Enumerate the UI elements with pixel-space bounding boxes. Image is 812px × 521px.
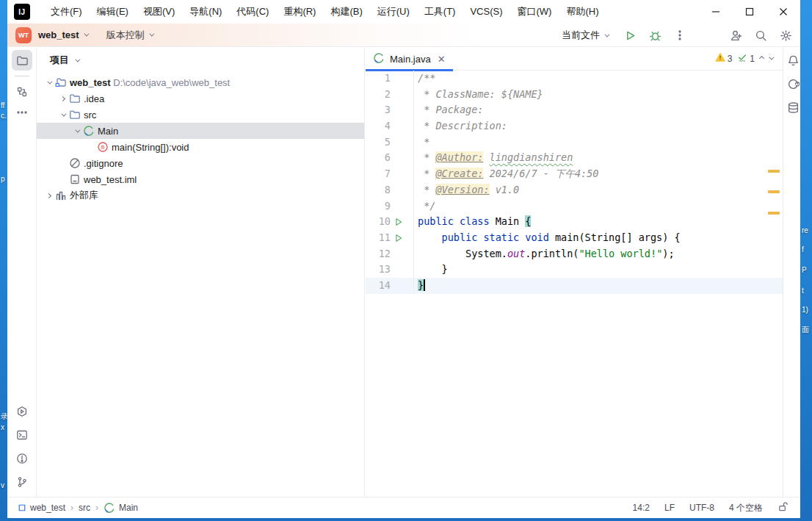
code-text: /** — [414, 71, 435, 87]
code-with-me-button[interactable] — [725, 25, 746, 46]
database-toolwindow-button[interactable] — [783, 97, 803, 118]
run-line-icon[interactable] — [391, 230, 407, 246]
git-toolwindow-button[interactable] — [12, 472, 32, 492]
chevron-right-icon[interactable] — [57, 93, 68, 104]
code-line-12[interactable]: 12 System.out.println("Hello world!"); — [366, 246, 783, 262]
menu-6[interactable]: 重构(R) — [276, 0, 323, 24]
breadcrumb-web-test[interactable]: web_test — [18, 503, 65, 513]
tree-item--[interactable]: 外部库 — [37, 187, 364, 204]
class-icon — [104, 502, 115, 514]
code-line-7[interactable]: 7 * @Create: 2024/6/7 - 下午4:50 — [366, 166, 783, 182]
close-button[interactable] — [766, 0, 800, 24]
menu-3[interactable]: 视图(V) — [136, 0, 182, 24]
editor-area: Main.java ✕ 1/**2 * ClassName: ${NAME}3 … — [366, 48, 783, 497]
tree-item--gitignore[interactable]: .gitignore — [37, 155, 364, 171]
project-switcher[interactable]: web_test — [38, 29, 87, 40]
ai-assistant-button[interactable] — [783, 73, 803, 94]
indent-style[interactable]: 4 个空格 — [729, 502, 763, 514]
file-encoding[interactable]: UTF-8 — [689, 503, 714, 513]
code-line-11[interactable]: 11 public static void main(String[] args… — [366, 230, 783, 246]
module-icon — [69, 173, 81, 185]
code-text: * Description: — [414, 118, 507, 134]
line-number: 13 — [366, 262, 391, 278]
debug-button[interactable] — [645, 25, 665, 46]
close-tab-icon[interactable]: ✕ — [438, 54, 446, 65]
code-line-4[interactable]: 4 * Description: — [366, 118, 783, 134]
desktop-icon-fragment: t — [802, 287, 804, 295]
tree-item-main[interactable]: Main — [37, 123, 364, 139]
code-line-2[interactable]: 2 * ClassName: ${NAME} — [366, 87, 783, 103]
chevron-right-icon[interactable] — [43, 190, 54, 201]
more-toolwindows-button[interactable] — [12, 102, 32, 123]
chevron-down-icon[interactable] — [43, 76, 54, 88]
menu-9[interactable]: 工具(T) — [417, 0, 463, 24]
search-everywhere-button[interactable] — [750, 25, 771, 46]
run-button[interactable] — [620, 25, 640, 46]
chevron-down-icon[interactable] — [70, 125, 82, 137]
warning-stripe-mark[interactable] — [768, 190, 780, 193]
code-line-10[interactable]: 10public class Main { — [366, 214, 783, 230]
class-icon — [373, 52, 385, 66]
tree-item-main-string-void[interactable]: mmain(String[]):void — [37, 139, 364, 155]
vcs-widget[interactable]: 版本控制 — [106, 29, 153, 42]
tree-item--idea[interactable]: .idea — [37, 90, 364, 107]
ide-window: IJ 文件(F)编辑(E)视图(V)导航(N)代码(C)重构(R)构建(B)运行… — [7, 0, 800, 518]
project-panel-title[interactable]: 项目 — [50, 54, 69, 67]
readonly-lock-icon[interactable] — [777, 501, 789, 514]
menu-10[interactable]: VCS(S) — [463, 0, 510, 24]
breadcrumb-src[interactable]: src — [79, 503, 90, 513]
line-number: 8 — [366, 182, 391, 198]
project-avatar[interactable]: WT — [15, 27, 32, 43]
tab-main-java[interactable]: Main.java ✕ — [366, 48, 453, 71]
menu-1[interactable]: 文件(F) — [43, 0, 90, 24]
tree-item-web-test-iml[interactable]: web_test.iml — [37, 171, 364, 187]
tree-item-web-test[interactable]: web_test D:\code\java_web\web_test — [37, 74, 364, 90]
more-actions-button[interactable] — [670, 25, 690, 46]
menu-7[interactable]: 构建(B) — [323, 0, 369, 24]
line-separator[interactable]: LF — [664, 503, 675, 513]
chevron-down-icon[interactable] — [57, 109, 68, 121]
warning-stripe-mark[interactable] — [768, 170, 780, 173]
project-toolwindow-button[interactable] — [12, 50, 32, 71]
menu-4[interactable]: 导航(N) — [182, 0, 229, 24]
code-line-5[interactable]: 5 * — [366, 134, 783, 151]
next-problem-icon[interactable] — [769, 55, 774, 60]
desktop-icon-fragment: c. — [1, 112, 7, 120]
menu-2[interactable]: 编辑(E) — [90, 0, 136, 24]
desktop-icon-fragment: f — [802, 245, 804, 254]
caret-position[interactable]: 14:2 — [633, 503, 650, 513]
code-line-6[interactable]: 6 * @Author: lingdianshiren — [366, 150, 783, 166]
prev-problem-icon[interactable] — [759, 56, 764, 61]
services-toolwindow-button[interactable] — [12, 401, 32, 422]
menu-11[interactable]: 窗口(W) — [510, 0, 559, 24]
code-line-1[interactable]: 1/** — [366, 71, 783, 87]
run-line-icon[interactable] — [391, 214, 407, 230]
menu-5[interactable]: 代码(C) — [229, 0, 276, 24]
code-text: public class Main { — [414, 214, 531, 230]
commit-toolwindow-button[interactable] — [12, 82, 32, 102]
menu-8[interactable]: 运行(U) — [370, 0, 417, 24]
project-icon — [55, 76, 67, 88]
maximize-button[interactable] — [733, 0, 766, 24]
line-number: 4 — [366, 118, 391, 134]
minimize-button[interactable] — [699, 0, 733, 24]
folder-icon — [69, 109, 81, 121]
run-configuration-selector[interactable]: 当前文件 — [562, 29, 608, 42]
module-icon — [18, 503, 26, 512]
problems-toolwindow-button[interactable] — [12, 448, 32, 469]
terminal-toolwindow-button[interactable] — [12, 425, 32, 445]
menu-12[interactable]: 帮助(H) — [559, 0, 606, 24]
code-line-13[interactable]: 13 } — [366, 262, 783, 278]
code-line-3[interactable]: 3 * Package: — [366, 102, 783, 118]
tree-item-label: src — [84, 109, 96, 121]
warning-stripe-mark[interactable] — [768, 212, 780, 215]
code-line-8[interactable]: 8 * @Version: v1.0 — [366, 182, 783, 198]
code-editor[interactable]: 1/**2 * ClassName: ${NAME}3 * Package:4 … — [366, 71, 783, 497]
code-line-9[interactable]: 9 */ — [366, 198, 783, 215]
code-line-14[interactable]: 14} — [366, 278, 783, 294]
inspection-widget[interactable]: 3 1 — [712, 51, 775, 66]
notifications-button[interactable] — [783, 50, 803, 71]
settings-button[interactable] — [775, 25, 796, 46]
tree-item-src[interactable]: src — [37, 107, 364, 123]
breadcrumb-main[interactable]: Main — [104, 502, 138, 514]
